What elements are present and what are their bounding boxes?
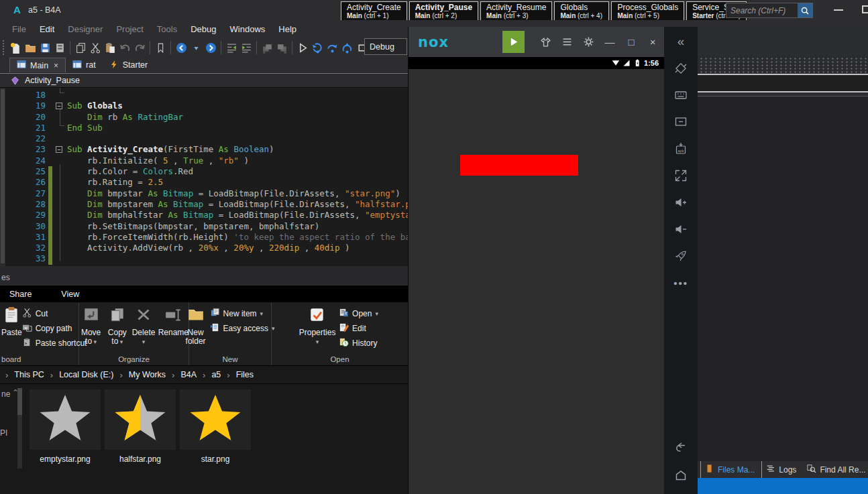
bottom-tab-logs[interactable]: Logs [761,461,800,478]
home-icon[interactable] [673,467,689,483]
navigate-caret-icon[interactable] [189,41,203,54]
settings-icon[interactable] [582,36,594,48]
fullscreen-icon[interactable] [673,168,689,184]
search-icon[interactable] [798,3,812,17]
code-line[interactable]: 19−Sub Globals [5,101,408,111]
bottom-tab-files-ma-[interactable]: Files Ma... [700,461,759,478]
code-editor[interactable]: 1819−Sub Globals20 Dim rb As RatingBar21… [0,88,408,266]
step-over-icon[interactable] [325,41,339,54]
close-icon[interactable]: × [647,36,659,48]
ribbon-button-properties-[interactable]: Properties ▾ [301,306,333,347]
indent-decrease-icon[interactable] [225,41,238,54]
file-item-star.png[interactable]: star.png [180,389,251,477]
window-next-icon[interactable] [275,41,288,54]
ribbon-button-copy-to[interactable]: Copyto ▾ [105,306,129,347]
export-package-icon[interactable] [53,41,66,54]
logs-filter-box[interactable] [698,74,868,92]
paste-icon[interactable] [103,41,117,54]
code-line[interactable]: 24 rb.Initialize( 5 , True , "rb" ) [5,156,408,166]
maximize-icon[interactable]: □ [625,36,637,48]
code-line[interactable]: 22 [5,133,408,144]
menu-help[interactable]: Help [272,24,303,34]
breadcrumb-item[interactable]: a5 [211,370,221,379]
editor-scrollbar[interactable] [0,88,5,266]
code-line[interactable]: 25 rb.Color = Colors.Red [5,166,408,177]
ratingbar-red-view[interactable] [460,155,578,176]
step-into-icon[interactable] [311,41,324,54]
search-input[interactable]: Search (Ctrl+F) [726,3,813,18]
ribbon-tab-view[interactable]: View [61,290,79,299]
code-line[interactable]: 28 Dim bmpstarem As Bitmap = LoadBitmap(… [5,199,408,210]
indent-increase-icon[interactable] [239,41,253,54]
menu-debug[interactable]: Debug [184,24,223,34]
ribbon-button-open[interactable]: Open▾ [339,308,378,320]
quick-sub-activity_pause[interactable]: Activity_PauseMain (ctrl + 2) [409,1,478,21]
window-prev-icon[interactable] [260,41,274,54]
emulator-screen[interactable] [409,69,664,494]
close-tab-icon[interactable]: × [54,61,58,70]
ribbon-button-edit[interactable]: Edit [339,322,378,334]
code-line[interactable]: 33 [5,253,408,264]
open-project-icon[interactable] [23,41,37,54]
breadcrumb-item[interactable]: B4A [180,370,197,379]
menu-designer[interactable]: Designer [61,24,109,34]
code-line[interactable]: 27 Dim bmpstar As Bitmap = LoadBitmap(Fi… [5,188,408,199]
ribbon-tab-share[interactable]: Share [9,290,32,299]
code-line[interactable]: 26 rb.Rating = 2.5 [5,177,408,188]
menu-tools[interactable]: Tools [150,24,184,34]
toolbar-grip[interactable] [3,40,5,55]
ribbon-button-cut[interactable]: Cut [22,308,87,320]
back-icon[interactable] [673,440,689,456]
breadcrumb-item[interactable]: Local Disk (E:) [59,370,113,379]
undo-icon[interactable] [118,41,131,54]
ribbon-button-rename[interactable]: Rename [158,306,188,337]
ribbon-button-paste[interactable]: Paste [1,306,22,337]
save-icon[interactable] [38,41,52,54]
redo-icon[interactable] [133,41,146,54]
collapse-icon[interactable]: « [673,34,689,50]
quick-sub-process_globals[interactable]: Process_GlobalsMain (ctrl + 5) [611,1,684,21]
code-line[interactable]: 31 rb.ForceItemWidth(rb.Height) 'to keep… [5,232,408,243]
new-file-icon[interactable] [9,41,22,54]
shirt-icon[interactable] [539,36,551,48]
code-line[interactable]: 23−Sub Activity_Create(FirstTime As Bool… [5,144,408,155]
ribbon-button-history[interactable]: History [339,337,378,349]
ribbon-button-paste-shortcut[interactable]: Paste shortcut [22,337,87,349]
breadcrumb-item[interactable]: Files [236,370,254,379]
ribbon-button-delete-[interactable]: Delete ▾ [131,306,155,347]
rocket-icon[interactable] [673,248,689,264]
screen-icon[interactable] [673,114,689,130]
ribbon-button-copy-path[interactable]: wCopy path [22,322,87,334]
quick-sub-globals[interactable]: GlobalsMain (ctrl + 4) [554,1,609,21]
minimize-button[interactable] [834,9,843,11]
doc-tab-main[interactable]: Main× [9,58,66,72]
nav-scrollbar[interactable] [17,388,22,469]
maximize-button[interactable] [862,5,868,13]
breadcrumb-item[interactable]: My Works [129,370,166,379]
minimize-icon[interactable]: — [604,36,616,48]
code-line[interactable]: 30 rb.SetBitmaps(bmpstar, bmpstarem, bmp… [5,221,408,232]
code-line[interactable]: 20 Dim rb As RatingBar [5,112,408,123]
breadcrumb-item[interactable]: This PC [14,370,44,379]
code-nav-header[interactable]: Activity_Pause [0,73,408,88]
bookmark-icon[interactable] [154,41,167,54]
rotate-icon[interactable] [673,60,689,76]
menu-project[interactable]: Project [109,24,150,34]
ribbon-button-easy-access[interactable]: Easy access▾ [210,322,275,334]
doc-tab-rat[interactable]: rat [66,58,103,72]
navigate-back-icon[interactable] [174,41,188,54]
play-store-icon[interactable] [502,31,525,53]
menu-windows[interactable]: Windows [223,24,272,34]
file-item-halfstar.png[interactable]: halfstar.png [105,389,176,477]
ribbon-button-move-to[interactable]: Moveto ▾ [79,306,103,347]
code-line[interactable]: 21End Sub [5,123,408,133]
cut-icon[interactable] [89,41,102,54]
menu-edit[interactable]: Edit [33,24,61,34]
ribbon-button-new-folder[interactable]: Newfolder [186,306,206,346]
menu-file[interactable]: File [5,24,33,34]
bottom-tab-find-all-re-[interactable]: Find All Re... [803,461,868,478]
quick-sub-activity_resume[interactable]: Activity_ResumeMain (ctrl + 3) [480,1,552,21]
run-icon[interactable] [296,41,309,54]
ribbon-button-new-item[interactable]: New item▾ [210,308,275,320]
fold-collapse-icon[interactable]: − [56,103,62,109]
